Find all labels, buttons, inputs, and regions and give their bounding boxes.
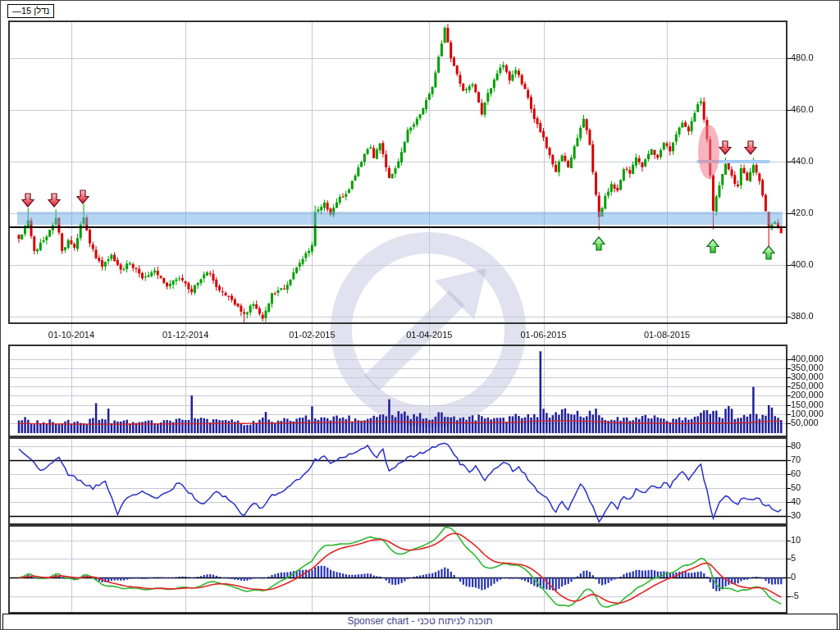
rsi-axis-tick-label: 60 [791, 468, 801, 478]
macd-axis-tick-label: 5 [791, 553, 796, 563]
sell-signal-arrow-icon [48, 193, 61, 208]
support-zone [17, 212, 783, 225]
price-axis-tick-label: 420.0 [791, 208, 814, 217]
chart-canvas [1, 1, 840, 630]
footer-credit: Sponser chart - תוכנה לניתוח טכני [2, 614, 838, 630]
buy-signal-arrow-icon [706, 239, 719, 253]
price-axis-tick-label: 460.0 [791, 104, 814, 114]
series-legend-label: 15 נדלן [21, 6, 49, 16]
series-legend: —15 נדלן [7, 4, 54, 18]
x-axis-date-label: 01-08-2015 [630, 330, 704, 340]
buy-signal-arrow-icon [592, 236, 605, 251]
sell-signal-arrow-icon [744, 140, 757, 155]
rsi-axis-tick-label: 30 [791, 510, 801, 520]
macd-axis-tick-label: 10 [791, 535, 801, 545]
x-axis-date-label: 01-04-2015 [392, 330, 466, 340]
buy-signal-arrow-icon [762, 245, 775, 260]
rsi-axis-tick-label: 70 [791, 454, 801, 464]
support-line [9, 226, 787, 228]
price-axis-tick-label: 480.0 [791, 52, 814, 62]
price-axis-tick-label: 380.0 [791, 311, 814, 321]
sell-signal-arrow-icon [719, 140, 732, 155]
rsi-axis-tick-label: 50 [791, 482, 801, 492]
sell-signal-arrow-icon [21, 193, 34, 208]
macd-axis-tick-label: -5 [791, 591, 799, 600]
rsi-axis-tick-label: 40 [791, 496, 801, 506]
rsi-axis-tick-label: 80 [791, 441, 801, 450]
x-axis-date-label: 01-10-2014 [34, 330, 108, 340]
volume-axis-tick-label: 50,000 [791, 418, 819, 427]
x-axis-date-label: 01-02-2015 [275, 330, 349, 340]
price-axis-tick-label: 440.0 [791, 156, 814, 166]
chart-window: 480.0460.0440.0420.0400.0380.0400,000350… [0, 0, 840, 630]
price-axis-tick-label: 400.0 [791, 259, 814, 269]
sell-signal-arrow-icon [76, 189, 89, 204]
series-line-symbol: — [12, 6, 21, 16]
x-axis-date-label: 01-12-2014 [148, 330, 222, 340]
x-axis-date-label: 01-06-2015 [507, 330, 581, 340]
macd-axis-tick-label: 0 [791, 572, 796, 582]
footer-text: Sponser chart - תוכנה לניתוח טכני [347, 615, 492, 627]
